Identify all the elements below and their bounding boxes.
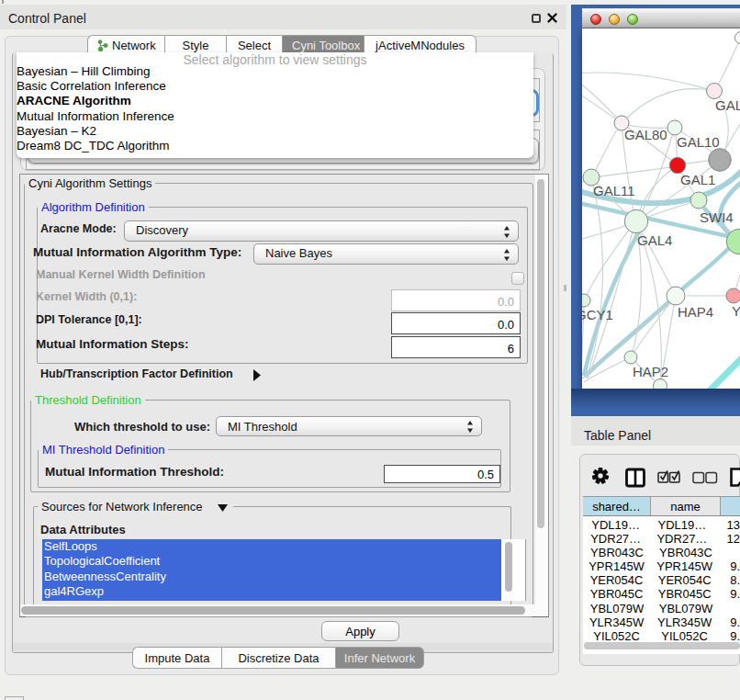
- svg-text:GAL10: GAL10: [677, 134, 720, 150]
- svg-text:GAL7: GAL7: [715, 97, 740, 113]
- svg-text:HAP2: HAP2: [633, 364, 668, 379]
- svg-text:GAL1: GAL1: [680, 172, 715, 187]
- svg-text:GCY1: GCY1: [582, 307, 613, 322]
- svg-text:GAL11: GAL11: [593, 183, 635, 198]
- svg-text:GAL80: GAL80: [624, 127, 667, 142]
- svg-text:GAL4: GAL4: [637, 232, 672, 248]
- svg-text:SWI4: SWI4: [700, 209, 734, 225]
- svg-text:Y: Y: [732, 303, 740, 319]
- svg-text:HAP4: HAP4: [678, 304, 713, 320]
